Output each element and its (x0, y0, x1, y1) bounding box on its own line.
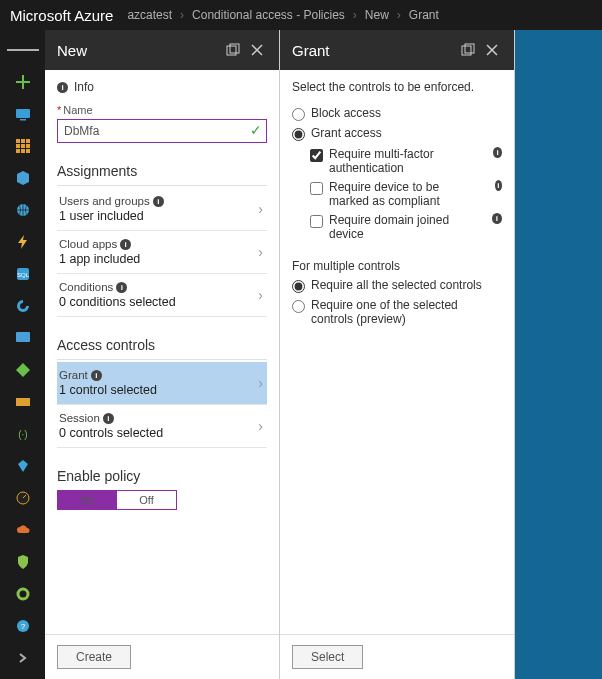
svg-rect-22 (230, 44, 239, 53)
info-icon: i (495, 180, 502, 191)
help-icon[interactable]: ? (7, 612, 39, 640)
name-input[interactable] (57, 119, 267, 143)
enable-policy-toggle[interactable]: On Off (57, 490, 177, 510)
toggle-off[interactable]: Off (117, 491, 176, 509)
add-icon[interactable] (7, 68, 39, 96)
azure-brand: Microsoft Azure (10, 7, 113, 24)
svg-rect-9 (21, 149, 25, 153)
info-icon: i (493, 147, 502, 158)
globe-icon[interactable] (7, 196, 39, 224)
close-icon[interactable] (482, 40, 502, 60)
blade-grant: Grant Select the controls to be enforced… (280, 30, 515, 679)
svg-text:(·): (·) (18, 429, 27, 440)
radio-block-access[interactable]: Block access (292, 106, 502, 121)
cube-icon[interactable] (7, 164, 39, 192)
checkbox-require-domain[interactable]: Require domain joined device i (310, 213, 502, 241)
toggle-on[interactable]: On (58, 491, 117, 509)
info-icon: i (91, 370, 102, 381)
svg-rect-3 (21, 139, 25, 143)
blade-title: New (57, 42, 87, 59)
access-controls-title: Access controls (57, 337, 267, 353)
name-label: Name (63, 104, 92, 116)
checkbox-require-mfa[interactable]: Require multi-factor authentication i (310, 147, 502, 175)
svg-rect-2 (16, 139, 20, 143)
svg-rect-8 (16, 149, 20, 153)
screen-icon[interactable] (7, 324, 39, 352)
row-users-groups[interactable]: Users and groupsi 1 user included › (57, 188, 267, 231)
sql-icon[interactable]: SQL (7, 260, 39, 288)
svg-rect-14 (16, 332, 30, 342)
left-nav: SQL (·) ? (0, 30, 45, 679)
row-cloud-apps[interactable]: Cloud appsi 1 app included › (57, 231, 267, 274)
devops-icon[interactable] (7, 292, 39, 320)
gauge-icon[interactable] (7, 484, 39, 512)
breadcrumb-sep: › (353, 8, 357, 22)
grant-lead: Select the controls to be enforced. (292, 80, 502, 94)
info-icon: i (153, 196, 164, 207)
row-session[interactable]: Sessioni 0 controls selected › (57, 405, 267, 448)
enable-policy-title: Enable policy (57, 468, 267, 484)
info-icon: i (57, 82, 68, 93)
bolt-icon[interactable] (7, 228, 39, 256)
ring-icon[interactable] (7, 580, 39, 608)
create-button[interactable]: Create (57, 645, 131, 669)
blade-title: Grant (292, 42, 330, 59)
svg-rect-7 (26, 144, 30, 148)
more-icon[interactable] (7, 644, 39, 672)
brackets-icon[interactable]: (·) (7, 420, 39, 448)
info-label: Info (74, 80, 94, 94)
blade-new: New i Info *Name ✓ Assignments (45, 30, 280, 679)
chevron-right-icon: › (258, 375, 263, 391)
info-icon: i (103, 413, 114, 424)
multiple-controls-title: For multiple controls (292, 259, 502, 273)
svg-rect-5 (16, 144, 20, 148)
row-conditions[interactable]: Conditionsi 0 conditions selected › (57, 274, 267, 317)
restore-icon[interactable] (458, 40, 478, 60)
menu-toggle-icon[interactable] (7, 36, 39, 64)
grid-icon[interactable] (7, 132, 39, 160)
svg-rect-10 (26, 149, 30, 153)
select-button[interactable]: Select (292, 645, 363, 669)
monitor-icon[interactable] (7, 100, 39, 128)
svg-text:SQL: SQL (16, 272, 29, 278)
checkbox-require-compliant[interactable]: Require device to be marked as compliant… (310, 180, 502, 208)
svg-point-18 (18, 589, 28, 599)
breadcrumb-item[interactable]: Conditional access - Policies (192, 8, 345, 22)
svg-rect-15 (16, 398, 30, 406)
info-icon: i (116, 282, 127, 293)
shield-icon[interactable] (7, 548, 39, 576)
svg-rect-21 (227, 46, 236, 55)
assignments-title: Assignments (57, 163, 267, 179)
diamond-icon[interactable] (7, 356, 39, 384)
breadcrumb-sep: › (180, 8, 184, 22)
svg-text:?: ? (20, 622, 25, 631)
svg-rect-23 (462, 46, 471, 55)
chevron-right-icon: › (258, 244, 263, 260)
card-icon[interactable] (7, 388, 39, 416)
breadcrumb-item[interactable]: New (365, 8, 389, 22)
radio-grant-access[interactable]: Grant access (292, 126, 502, 141)
radio-require-one[interactable]: Require one of the selected controls (pr… (292, 298, 502, 326)
svg-rect-24 (465, 44, 474, 53)
info-icon: i (120, 239, 131, 250)
radio-require-all[interactable]: Require all the selected controls (292, 278, 502, 293)
chevron-right-icon: › (258, 201, 263, 217)
info-icon: i (492, 213, 502, 224)
svg-rect-0 (16, 109, 30, 118)
chevron-right-icon: › (258, 287, 263, 303)
breadcrumb-sep: › (397, 8, 401, 22)
cloud-icon[interactable] (7, 516, 39, 544)
chevron-right-icon: › (258, 418, 263, 434)
svg-rect-4 (26, 139, 30, 143)
row-grant[interactable]: Granti 1 control selected › (57, 362, 267, 405)
breadcrumb-item[interactable]: azcatest (127, 8, 172, 22)
svg-rect-6 (21, 144, 25, 148)
restore-icon[interactable] (223, 40, 243, 60)
close-icon[interactable] (247, 40, 267, 60)
svg-rect-1 (20, 119, 26, 121)
breadcrumb-item[interactable]: Grant (409, 8, 439, 22)
gem-icon[interactable] (7, 452, 39, 480)
